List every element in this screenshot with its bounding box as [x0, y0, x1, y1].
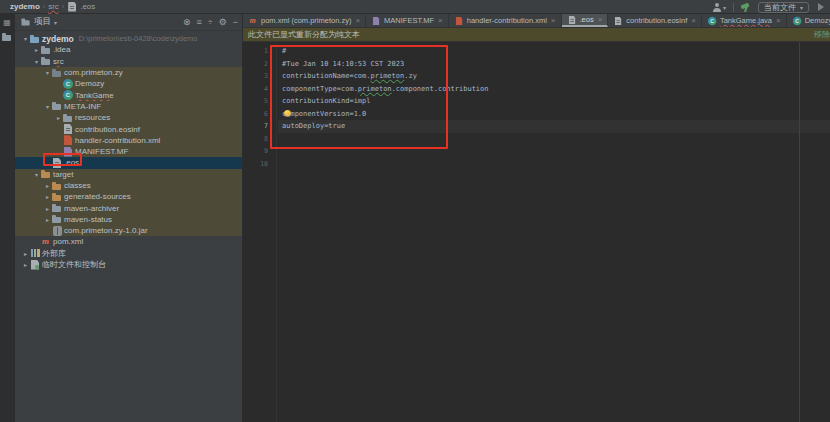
- tree-item-generated-sources[interactable]: ▸generated-sources: [15, 191, 242, 202]
- breadcrumb-item-zydemo[interactable]: zydemo: [10, 2, 40, 11]
- tree-item-demozy[interactable]: Demozy: [15, 78, 242, 89]
- chevron-right-icon[interactable]: ▸: [54, 114, 63, 121]
- jar-icon: [52, 226, 64, 236]
- editor-tab-bar: pom.xml (com.primeton.zy)×MANIFEST.MF×ha…: [243, 14, 830, 28]
- tree-item-eos[interactable]: .eos: [15, 157, 242, 168]
- tree-item-com-primeton-zy-1-0-jar[interactable]: com.primeton.zy-1.0.jar: [15, 225, 242, 236]
- tree-item-classes[interactable]: ▸classes: [15, 180, 242, 191]
- code-line-8[interactable]: [278, 133, 830, 146]
- code-line-6[interactable]: componentVersion=1.0: [278, 108, 830, 121]
- chevron-right-icon[interactable]: ▸: [43, 205, 52, 212]
- code-line-2[interactable]: #Tue Jan 10 14:10:53 CST 2023: [278, 58, 830, 71]
- tree-item-meta-inf[interactable]: ▾META-INF: [15, 101, 242, 112]
- editor-code[interactable]: ##Tue Jan 10 14:10:53 CST 2023contributi…: [278, 42, 830, 422]
- chevron-down-icon[interactable]: ▾: [43, 103, 52, 110]
- tree-item-manifest-mf[interactable]: MANIFEST.MF: [15, 146, 242, 157]
- tree-item-label: src: [53, 57, 64, 66]
- line-number: 2: [243, 58, 276, 71]
- tree-item-临时文件和控制台[interactable]: ▸临时文件和控制台: [15, 259, 242, 270]
- close-icon[interactable]: ×: [355, 16, 360, 25]
- hide-panel-icon[interactable]: −: [233, 17, 238, 27]
- breadcrumb-separator: ›: [43, 3, 45, 10]
- code-line-4[interactable]: componentType=com.primeton.component.con…: [278, 83, 830, 96]
- build-hammer-icon[interactable]: [741, 2, 751, 12]
- chevron-right-icon[interactable]: ▸: [32, 46, 41, 53]
- tree-item-target[interactable]: ▾target: [15, 169, 242, 180]
- locate-file-icon[interactable]: ⊗: [183, 17, 191, 27]
- breadcrumb-item-src[interactable]: src: [48, 2, 59, 11]
- tab-tankgame-java[interactable]: TankGame.java×: [702, 14, 787, 27]
- banner-action-link[interactable]: 移除关联: [814, 29, 830, 40]
- file-mf-icon: [63, 147, 75, 157]
- run-configuration-combo[interactable]: 当前文件 ▾: [758, 2, 809, 13]
- package-icon: [52, 68, 64, 78]
- chevron-right-icon[interactable]: ▸: [21, 261, 30, 268]
- library-icon: [30, 248, 42, 258]
- tree-item-tankgame[interactable]: TankGame: [15, 89, 242, 100]
- tree-item-resources[interactable]: ▸resources: [15, 112, 242, 123]
- run-icon[interactable]: [816, 2, 826, 12]
- tree-item-maven-archiver[interactable]: ▸maven-archiver: [15, 202, 242, 213]
- line-number: 4: [243, 83, 276, 96]
- tree-item-zydemo[interactable]: ▾zydemoD:\primeton\esb-0428\code\zydemo: [15, 33, 242, 44]
- tab-demozy-java[interactable]: Demozy.java×: [787, 14, 830, 27]
- close-icon[interactable]: ×: [691, 16, 696, 25]
- project-panel: 项目 ▾ ⊗≡÷⚙− ▾zydemoD:\primeton\esb-0428\c…: [15, 14, 243, 422]
- tree-item-contribution-eosinf[interactable]: contribution.eosinf: [15, 123, 242, 134]
- chevron-down-icon[interactable]: ▾: [43, 69, 52, 76]
- code-line-10[interactable]: [278, 158, 830, 171]
- collapse-all-icon[interactable]: ÷: [208, 17, 213, 27]
- tab-eos[interactable]: .eos×: [562, 14, 609, 27]
- tree-item-idea[interactable]: ▸.idea: [15, 44, 242, 55]
- tab-contribution-eosinf[interactable]: contribution.eosinf×: [608, 14, 702, 27]
- chevron-right-icon[interactable]: ▸: [21, 250, 30, 257]
- class-icon: [63, 79, 75, 89]
- tool-window-grid-icon[interactable]: ▦: [2, 18, 12, 28]
- code-line-1[interactable]: #: [278, 45, 830, 58]
- chevron-right-icon[interactable]: ▸: [43, 182, 52, 189]
- code-line-7[interactable]: autoDeploy=true: [278, 120, 830, 133]
- tab-handler-contribution-xml[interactable]: handler-contribution.xml×: [449, 14, 562, 27]
- tree-item-src[interactable]: ▾src: [15, 56, 242, 67]
- close-icon[interactable]: ×: [551, 16, 556, 25]
- chevron-down-icon: ▾: [800, 4, 803, 11]
- code-line-5[interactable]: contributionKind=impl: [278, 95, 830, 108]
- tree-item-pom-xml[interactable]: pom.xml: [15, 236, 242, 247]
- intention-bulb-icon[interactable]: [284, 110, 291, 117]
- folder-icon: [52, 214, 64, 224]
- chevron-down-icon[interactable]: ▾: [32, 58, 41, 65]
- expand-all-icon[interactable]: ≡: [196, 17, 201, 27]
- user-icon: [712, 2, 722, 12]
- tree-item-handler-contribution-xml[interactable]: handler-contribution.xml: [15, 135, 242, 146]
- tab-manifest-mf[interactable]: MANIFEST.MF×: [366, 14, 449, 27]
- close-icon[interactable]: ×: [598, 15, 603, 24]
- close-icon[interactable]: ×: [776, 16, 781, 25]
- tree-item-label: com.primeton.zy: [64, 68, 123, 77]
- tree-item-label: META-INF: [64, 102, 101, 111]
- text-editor[interactable]: 12345678910 ##Tue Jan 10 14:10:53 CST 20…: [243, 42, 830, 422]
- maven-icon: [249, 16, 259, 25]
- chevron-right-icon[interactable]: ▸: [43, 216, 52, 223]
- user-menu[interactable]: ▾: [712, 2, 726, 12]
- tab-pom-xml-com-primeton-zy[interactable]: pom.xml (com.primeton.zy)×: [243, 14, 366, 27]
- class-icon: [63, 90, 75, 100]
- settings-gear-icon[interactable]: ⚙: [219, 17, 227, 27]
- project-tree: ▾zydemoD:\primeton\esb-0428\code\zydemo▸…: [15, 33, 242, 270]
- breadcrumb: zydemo›src›.eos: [0, 2, 95, 12]
- folder-excluded-icon: [41, 169, 53, 179]
- tree-item-外部库[interactable]: ▸外部库: [15, 248, 242, 259]
- file-type-banner: 此文件已显式重新分配为纯文本 移除关联: [243, 28, 830, 42]
- project-panel-title[interactable]: 项目: [34, 16, 51, 28]
- code-text: contributionKind=impl: [282, 97, 371, 105]
- chevron-down-icon[interactable]: ▾: [21, 35, 30, 42]
- tree-item-com-primeton-zy[interactable]: ▾com.primeton.zy: [15, 67, 242, 78]
- tree-item-maven-status[interactable]: ▸maven-status: [15, 214, 242, 225]
- close-icon[interactable]: ×: [438, 16, 443, 25]
- chevron-down-icon[interactable]: ▾: [32, 171, 41, 178]
- chevron-right-icon[interactable]: ▸: [43, 193, 52, 200]
- breadcrumb-item-eos[interactable]: .eos: [80, 2, 95, 11]
- code-line-3[interactable]: contributionName=com.primeton.zy: [278, 70, 830, 83]
- project-tool-window-icon[interactable]: [2, 32, 12, 42]
- tab-label: handler-contribution.xml: [467, 16, 547, 25]
- code-line-9[interactable]: [278, 145, 830, 158]
